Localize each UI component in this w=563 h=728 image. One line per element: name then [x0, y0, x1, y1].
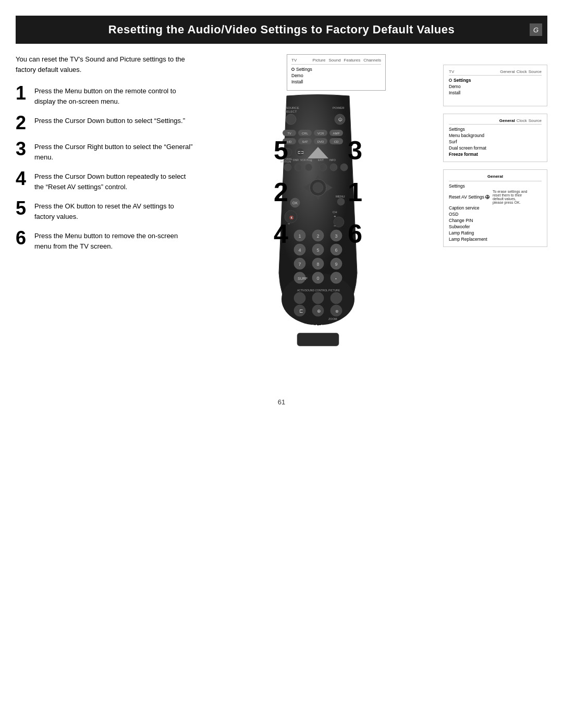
menu-diagram-4: General Settings Reset AV Settings To er… [443, 169, 547, 247]
step-number-4: 4 [16, 169, 28, 188]
svg-text:CD: CD [334, 140, 339, 143]
step-1: 1 Press the Menu button on the remote co… [16, 84, 193, 106]
svg-text:⊏: ⊏ [299, 309, 303, 314]
md4-subwoofer: Subwoofer [449, 224, 542, 230]
svg-text:OK: OK [292, 201, 298, 205]
step-4: 4 Press the Cursor Down button repeatedl… [16, 169, 193, 192]
menu1-tab2: Sound [328, 58, 340, 63]
svg-text:CH: CH [333, 211, 337, 214]
svg-text:POWER: POWER [333, 106, 345, 109]
reset-av-crosshair [485, 195, 489, 199]
page-number: 61 [0, 388, 563, 416]
svg-text:SELECT: SELECT [285, 110, 297, 113]
md3-freeze: Freeze format [449, 151, 542, 157]
svg-text:9: 9 [335, 262, 337, 267]
svg-text:⊕: ⊕ [317, 309, 321, 314]
md3-settings: Settings [449, 126, 542, 132]
svg-text:−: − [334, 224, 336, 228]
md4-reset-av: Reset AV Settings To erase settings andr… [449, 189, 542, 205]
md2-settings: Settings [449, 77, 542, 83]
step-number-3: 3 [16, 140, 28, 158]
svg-text:TV: TV [287, 132, 291, 135]
svg-text:8: 8 [316, 262, 319, 267]
step-number-2: 2 [16, 114, 28, 132]
header-letter: G [530, 23, 542, 36]
step-text-2: Press the Cursor Down button to select “… [34, 114, 185, 126]
svg-point-4 [286, 114, 296, 125]
menu1-tab3: Features [344, 58, 361, 63]
md4-lamp-rating: Lamp Rating [449, 230, 542, 236]
svg-point-37 [340, 164, 348, 171]
svg-text:CRL: CRL [302, 132, 309, 135]
svg-text:⊏⊐: ⊏⊐ [298, 151, 304, 154]
svg-text:VCR: VCR [317, 132, 324, 135]
md3-tab-clock: Clock [517, 118, 527, 123]
svg-point-82 [294, 292, 305, 304]
md3-tab-general: General [499, 118, 515, 123]
md2-tab-clock: Clock [517, 69, 527, 74]
svg-text:3: 3 [335, 233, 337, 239]
svg-point-83 [312, 292, 324, 304]
md2-tab-general: General [500, 69, 515, 74]
md4-change-pin: Change PIN [449, 217, 542, 224]
svg-text:1: 1 [298, 233, 301, 239]
left-column: You can reset the TV's Sound and Picture… [16, 54, 193, 377]
svg-text:EXIT: EXIT [318, 158, 324, 162]
step-text-4: Press the Cursor Down button repeatedly … [34, 169, 193, 192]
svg-text:PHILIPS: PHILIPS [300, 324, 336, 331]
md4-tab-general: General [449, 174, 542, 179]
svg-text:VCR Prog: VCR Prog [300, 158, 312, 162]
step-6: 6 Press the Menu button to remove the on… [16, 229, 193, 251]
menu-diagram-1: TV Picture Sound Features Channels Setti… [287, 54, 386, 91]
md4-caption: Caption service [449, 205, 542, 211]
svg-text:4: 4 [298, 248, 301, 253]
menu1-row-install: Install [291, 79, 381, 85]
menu1-tv-label: TV [291, 58, 297, 63]
main-content: You can reset the TV's Sound and Picture… [0, 44, 563, 388]
md4-note: To erase settings andreset them to their… [493, 190, 528, 204]
svg-text:ACTIV: ACTIV [297, 289, 305, 292]
md2-tv: TV [449, 69, 454, 74]
svg-text:0: 0 [316, 276, 319, 281]
step-text-5: Press the OK button to reset the AV sett… [34, 199, 193, 221]
md3-tab-source: Source [529, 118, 542, 123]
svg-text:MENU: MENU [336, 195, 345, 198]
svg-text:⊗: ⊗ [335, 309, 339, 314]
md2-tab-source: Source [529, 69, 542, 74]
menu-diagram-2: TV General Clock Source Settings Demo In… [443, 65, 547, 106]
svg-text:INFO: INFO [329, 158, 336, 162]
svg-text:AMP: AMP [333, 132, 339, 135]
svg-point-43 [313, 182, 323, 193]
menu1-row-demo: Demo [291, 72, 381, 79]
right-column: TV General Clock Source Settings Demo In… [443, 54, 547, 377]
step-text-1: Press the Menu button on the remote cont… [34, 84, 193, 106]
page-header: Resetting the Audio/Video Settings to Fa… [16, 16, 547, 44]
svg-text:•: • [335, 276, 337, 281]
step-number-1: 1 [16, 84, 28, 103]
svg-text:⏻: ⏻ [338, 117, 342, 122]
svg-text:5: 5 [316, 248, 319, 253]
remote-area: 5 2 4 3 1 6 SOURCE [271, 91, 365, 377]
svg-rect-93 [297, 333, 339, 346]
step-text-3: Press the Cursor Right button to select … [34, 140, 193, 162]
md4-settings: Settings [449, 183, 542, 189]
svg-text:2: 2 [316, 233, 319, 239]
svg-point-45 [337, 198, 345, 205]
step-number-5: 5 [16, 199, 28, 218]
svg-text:DVD: DVD [317, 140, 324, 143]
svg-point-33 [295, 164, 302, 171]
overlay-step-6: 6 [348, 221, 362, 276]
menu1-tab1: Picture [313, 58, 326, 63]
svg-text:🔇: 🔇 [289, 215, 294, 220]
menu1-settings-dot [291, 68, 295, 71]
page-title: Resetting the Audio/Video Settings to Fa… [108, 23, 455, 36]
svg-text:SURF: SURF [298, 277, 308, 280]
svg-point-35 [320, 164, 327, 171]
md2-install: Install [449, 90, 542, 96]
svg-text:6: 6 [335, 248, 337, 253]
svg-point-36 [330, 164, 337, 171]
svg-text:SAT: SAT [302, 140, 308, 143]
svg-text:SOURCE: SOURCE [286, 106, 299, 109]
md2-settings-dot [449, 79, 452, 82]
menu-diagram-3: General Clock Source Settings Menu backg… [443, 114, 547, 162]
